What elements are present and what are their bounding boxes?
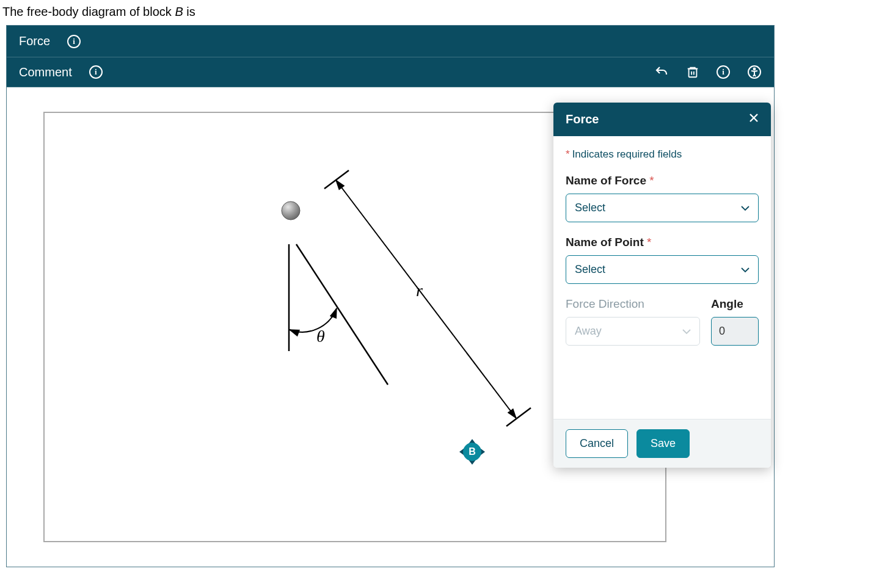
force-direction-select: Away — [566, 317, 700, 346]
point-b-badge[interactable]: B — [463, 443, 481, 461]
fbd-tool: Force i Comment i i — [6, 25, 775, 567]
chevron-down-icon — [741, 203, 750, 213]
info-icon[interactable]: i — [717, 65, 730, 79]
prompt-pre: The free-body diagram of block — [2, 5, 175, 18]
name-of-force-label: Name of Force * — [566, 174, 759, 187]
required-note: *Indicates required fields — [566, 148, 759, 161]
svg-line-4 — [296, 244, 388, 385]
force-direction-label: Force Direction — [566, 297, 700, 311]
name-of-force-select[interactable]: Select — [566, 194, 759, 222]
trash-icon[interactable] — [686, 65, 699, 79]
info-icon[interactable]: i — [67, 35, 81, 48]
prompt-post: is — [183, 5, 195, 18]
svg-rect-0 — [689, 69, 697, 78]
name-of-point-select[interactable]: Select — [566, 255, 759, 284]
undo-icon[interactable] — [654, 65, 669, 79]
theta-label: θ — [316, 327, 325, 346]
accessibility-icon[interactable] — [747, 65, 762, 79]
question-prompt: The free-body diagram of block B is — [0, 0, 890, 25]
cancel-button[interactable]: Cancel — [566, 429, 628, 458]
svg-line-6 — [336, 180, 516, 418]
close-icon[interactable] — [749, 113, 759, 126]
comment-bar-label[interactable]: Comment — [19, 65, 72, 79]
save-button[interactable]: Save — [636, 429, 690, 458]
angle-label: Angle — [711, 297, 759, 311]
force-bar-label: Force — [19, 34, 50, 48]
svg-point-2 — [754, 68, 756, 70]
chevron-down-icon — [682, 327, 691, 336]
prompt-var: B — [175, 5, 183, 18]
angle-input[interactable] — [711, 317, 759, 346]
r-label: r — [416, 281, 423, 300]
name-of-point-label: Name of Point * — [566, 236, 759, 249]
svg-line-7 — [324, 170, 349, 189]
info-icon[interactable]: i — [89, 65, 103, 79]
force-panel-title: Force — [566, 112, 599, 126]
svg-point-3 — [282, 201, 300, 220]
chevron-down-icon — [741, 265, 750, 275]
force-panel-header: Force — [553, 103, 771, 136]
comment-bar: Comment i i — [7, 57, 774, 87]
canvas-area[interactable]: r θ B Force *In — [7, 87, 774, 567]
force-bar[interactable]: Force i — [7, 26, 774, 57]
force-panel: Force *Indicates required fields Name of… — [553, 103, 771, 468]
force-panel-footer: Cancel Save — [553, 419, 771, 468]
force-panel-body: *Indicates required fields Name of Force… — [553, 136, 771, 419]
